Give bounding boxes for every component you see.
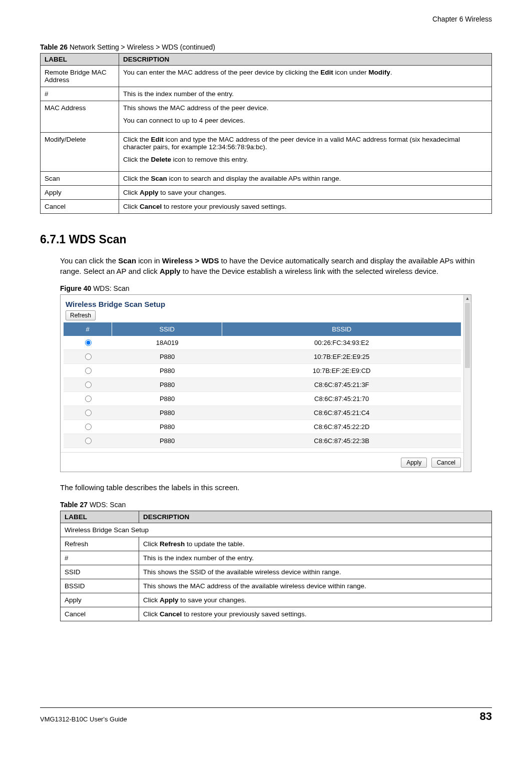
- table-row-desc: Click the Scan icon to search and displa…: [119, 172, 492, 186]
- scan-row[interactable]: P88010:7B:EF:2E:E9:CD: [64, 364, 461, 378]
- table-row-label: #: [41, 87, 119, 101]
- scan-row[interactable]: P880C8:6C:87:45:21:3F: [64, 378, 461, 392]
- section-heading-wds-scan: 6.7.1 WDS Scan: [40, 233, 492, 246]
- table-row-label: #: [61, 551, 139, 565]
- table-row-desc: This is the index number of the entry.: [139, 551, 492, 565]
- scan-bssid: 10:7B:EF:2E:E9:CD: [222, 364, 461, 378]
- scan-table: # SSID BSSID 18A01900:26:FC:34:93:E2P880…: [64, 322, 461, 448]
- scan-row[interactable]: P88010:7B:EF:2E:E9:25: [64, 350, 461, 364]
- figure40: Wireless Bridge Scan Setup Refresh # SSI…: [60, 294, 471, 472]
- scan-col-ssid: SSID: [112, 322, 222, 336]
- table-row-label: Cancel: [41, 200, 119, 214]
- refresh-button[interactable]: Refresh: [66, 310, 96, 320]
- scan-ssid: P880: [112, 420, 222, 434]
- page-number: 83: [480, 710, 492, 723]
- table27-head-desc: DESCRIPTION: [139, 511, 492, 523]
- scan-bssid: 10:7B:EF:2E:E9:25: [222, 350, 461, 364]
- scan-ssid: P880: [112, 378, 222, 392]
- ap-radio[interactable]: [85, 353, 92, 360]
- scan-bssid: C8:6C:87:45:22:2D: [222, 420, 461, 434]
- scan-bssid: C8:6C:87:45:22:3B: [222, 434, 461, 448]
- ap-radio[interactable]: [85, 339, 92, 346]
- table26-head-desc: DESCRIPTION: [119, 54, 492, 66]
- scan-bssid: C8:6C:87:45:21:70: [222, 392, 461, 406]
- scan-bssid: C8:6C:87:45:21:C4: [222, 406, 461, 420]
- figure-panel-title: Wireless Bridge Scan Setup: [66, 300, 468, 308]
- table27-caption: Table 27 WDS: Scan: [60, 501, 492, 509]
- ap-radio[interactable]: [85, 410, 92, 416]
- table-row-desc: Click the Edit icon and type the MAC add…: [119, 133, 492, 172]
- scan-bssid: C8:6C:87:45:21:3F: [222, 378, 461, 392]
- table26: LABEL DESCRIPTION Remote Bridge MAC Addr…: [40, 53, 492, 214]
- table-row-desc: Click Apply to save your changes.: [139, 593, 492, 607]
- figure40-caption: Figure 40 WDS: Scan: [60, 284, 492, 292]
- table27-caption-prefix: Table 27: [60, 501, 88, 509]
- table-row-desc: This shows the MAC address of the availa…: [139, 579, 492, 593]
- scan-ssid: P880: [112, 350, 222, 364]
- page-footer: VMG1312-B10C User's Guide 83: [40, 707, 492, 723]
- scan-row[interactable]: P880C8:6C:87:45:21:C4: [64, 406, 461, 420]
- scrollbar-up-icon[interactable]: ▲: [464, 295, 471, 302]
- ap-radio[interactable]: [85, 438, 92, 444]
- table26-head-label: LABEL: [41, 54, 119, 66]
- apply-button[interactable]: Apply: [401, 458, 427, 468]
- scan-col-num: #: [64, 322, 112, 336]
- scan-ssid: P880: [112, 364, 222, 378]
- table-row-desc: This shows the MAC address of the peer d…: [119, 101, 492, 133]
- scrollbar-thumb[interactable]: [465, 303, 470, 368]
- table-row-label: Refresh: [61, 537, 139, 551]
- table26-caption: Table 26 Network Setting > Wireless > WD…: [40, 43, 492, 51]
- scan-row[interactable]: P880C8:6C:87:45:22:3B: [64, 434, 461, 448]
- chapter-header: Chapter 6 Wireless: [40, 15, 492, 23]
- scan-bssid: 00:26:FC:34:93:E2: [222, 336, 461, 350]
- table-row-desc: Click Cancel to restore your previously …: [139, 607, 492, 621]
- table27-caption-rest: WDS: Scan: [88, 501, 126, 509]
- table-row-label: Remote Bridge MAC Address: [41, 66, 119, 87]
- scan-row[interactable]: 18A01900:26:FC:34:93:E2: [64, 336, 461, 350]
- table-row-desc: Click Apply to save your changes.: [119, 186, 492, 200]
- scan-col-bssid: BSSID: [222, 322, 461, 336]
- table-row-desc: Click Cancel to restore your previously …: [119, 200, 492, 214]
- table-row-label: MAC Address: [41, 101, 119, 133]
- table27-intro: The following table describes the labels…: [60, 482, 492, 493]
- figure40-caption-prefix: Figure 40: [60, 284, 91, 292]
- table27-head-label: LABEL: [61, 511, 139, 523]
- table-row-label: SSID: [61, 565, 139, 579]
- table-row-desc: Click Refresh to update the table.: [139, 537, 492, 551]
- ap-radio[interactable]: [85, 381, 92, 388]
- table-row-desc: This shows the SSID of the available wir…: [139, 565, 492, 579]
- table26-caption-prefix: Table 26: [40, 43, 68, 51]
- scan-ssid: 18A019: [112, 336, 222, 350]
- section-para: You can click the Scan icon in Wireless …: [60, 255, 492, 276]
- table-row-label: Modify/Delete: [41, 133, 119, 172]
- table-row-desc: This is the index number of the entry.: [119, 87, 492, 101]
- figure-scrollbar[interactable]: ▲: [463, 295, 471, 472]
- scan-ssid: P880: [112, 406, 222, 420]
- table-row-desc: You can enter the MAC address of the pee…: [119, 66, 492, 87]
- table26-caption-rest: Network Setting > Wireless > WDS (contin…: [68, 43, 215, 51]
- table-row-label: Apply: [41, 186, 119, 200]
- table27-subhead: Wireless Bridge Scan Setup: [61, 523, 492, 537]
- scan-row[interactable]: P880C8:6C:87:45:21:70: [64, 392, 461, 406]
- scan-ssid: P880: [112, 434, 222, 448]
- scan-ssid: P880: [112, 392, 222, 406]
- scan-row[interactable]: P880C8:6C:87:45:22:2D: [64, 420, 461, 434]
- figure40-caption-rest: WDS: Scan: [91, 284, 129, 292]
- footer-guide: VMG1312-B10C User's Guide: [40, 715, 127, 723]
- table-row-label: BSSID: [61, 579, 139, 593]
- table27: LABEL DESCRIPTION Wireless Bridge Scan S…: [60, 511, 492, 621]
- cancel-button[interactable]: Cancel: [431, 458, 461, 468]
- ap-radio[interactable]: [85, 424, 92, 430]
- table-row-label: Apply: [61, 593, 139, 607]
- ap-radio[interactable]: [85, 367, 92, 374]
- table-row-label: Scan: [41, 172, 119, 186]
- table-row-label: Cancel: [61, 607, 139, 621]
- ap-radio[interactable]: [85, 396, 92, 402]
